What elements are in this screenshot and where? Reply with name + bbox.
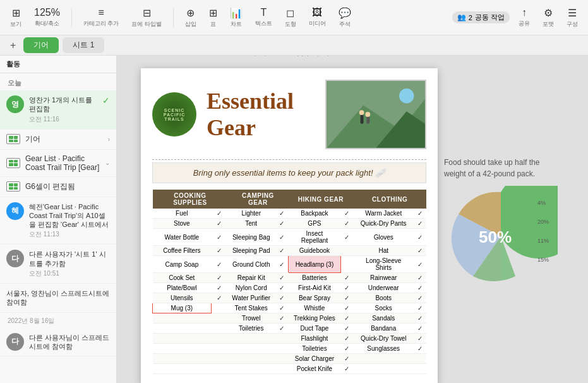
divider1 — [71, 8, 72, 27]
table-type-button[interactable]: ⊟ 표에 타입별 — [128, 4, 165, 31]
right-panel: Food should take up half the weight of a… — [438, 68, 564, 296]
table-row: Trowel✓ Trekking Poles✓ Sandals✓ — [153, 313, 427, 324]
table-row: Utensils✓ Water Purifier✓ Bear Spray✓ Bo… — [153, 293, 427, 303]
table-row: Pocket Knife✓ — [153, 364, 427, 374]
format-icon: ⚙ — [544, 7, 553, 19]
col-hiking: HIKING GEAR — [288, 190, 353, 209]
tab-sheet1-label: 시트 1 — [73, 40, 94, 49]
format-button[interactable]: ⚙ 포맷 — [539, 4, 558, 31]
media-icon: 🖼 — [312, 7, 322, 18]
tab-sheet1[interactable]: 시트 1 — [63, 37, 104, 53]
sheet-item-gear[interactable]: 기어 › — [0, 130, 116, 150]
avatar-2: 혜 — [6, 202, 24, 220]
avatar-4: 다 — [6, 333, 24, 351]
activity-time-2: 오전 11:13 — [29, 230, 110, 239]
svg-point-5 — [359, 110, 364, 115]
col-clothing: CLOTHING — [353, 190, 426, 209]
activity-item-2[interactable]: 혜 혜전'Gear List · Pacific Coast Trail Tri… — [0, 197, 116, 245]
table-type-icon: ⊟ — [143, 7, 151, 19]
insert-button[interactable]: ⊕ 삽입 — [181, 4, 200, 31]
col-camping: CAMPING GEAR — [227, 190, 288, 209]
sheet-g6-icon — [6, 181, 20, 192]
table-row: Flashlight✓ Quick-Dry Towel✓ — [153, 334, 427, 344]
sheet-gear-label: 기어 — [25, 134, 103, 145]
activity-check-icon: ✓ — [102, 95, 110, 106]
sheet-item-g6[interactable]: G6셀이 편집됨 — [0, 177, 116, 197]
activity-content-2: 혜전'Gear List · Pacific Coast Trail Trip'… — [29, 202, 110, 240]
svg-text:15%: 15% — [537, 257, 549, 263]
shape-button[interactable]: ◻ 도형 — [281, 4, 300, 31]
comment-label: 주석 — [339, 20, 351, 28]
activity-info-text: 서울자, 영찬님이 스프레드시트에 참여함 — [6, 289, 110, 307]
activity-button[interactable]: ≡ 카테고리 추가 — [80, 4, 123, 30]
table-icon: ⊞ — [209, 7, 217, 19]
activity-text-3: 다른 사용자가 '시트 1' 시트를 추가함 — [29, 250, 110, 268]
tab-gear[interactable]: 기어 — [23, 37, 59, 53]
view-label: 보기 — [10, 20, 21, 28]
table-row: Toiletries✓ Duct Tape✓ Bandana✓ — [153, 324, 427, 334]
table-button[interactable]: ⊞ 표 — [205, 4, 221, 31]
gear-table: COOKING SUPPLIES CAMPING GEAR HIKING GEA… — [152, 190, 426, 374]
svg-rect-4 — [361, 114, 364, 124]
media-button[interactable]: 🖼 미디어 — [305, 4, 330, 30]
activity-icon: ≡ — [99, 7, 104, 18]
selection-line-top — [152, 159, 426, 160]
svg-text:50%: 50% — [479, 228, 512, 246]
sidebar-mode-label: 활동 — [6, 59, 20, 69]
table-row: Coffee Filters✓ Sleeping Pad✓ Guidebook … — [153, 246, 427, 256]
comment-icon: 💬 — [339, 7, 351, 19]
activity-item-1[interactable]: 영 영찬가 1개의 시트를 편집함 오전 11:16 ✓ — [0, 90, 116, 130]
document-page: SCENIC PACIFIC TRAILS Essential Gear — [141, 68, 438, 383]
activity-date: 2022년 8월 16일 — [0, 313, 116, 328]
table-row: Cook Set✓ Repair Kit✓ Batteries✓ Rainwea… — [153, 273, 427, 283]
activity-content-4: 다른 사용자님이 스프레드시트에 참여함 — [29, 333, 110, 351]
zoom-button[interactable]: 125% 확대/축소 — [30, 4, 64, 30]
tab-gear-label: 기어 — [33, 40, 49, 49]
table-type-label: 표에 타입별 — [131, 20, 162, 28]
sidebar-header: 활동 — [0, 56, 116, 73]
activity-time-3: 오전 10:51 — [29, 269, 110, 278]
sheet-gearlist-chevron: ⌄ — [105, 159, 110, 166]
shape-label: 도형 — [285, 20, 296, 28]
subtitle-bar: Bring only essential items to keep your … — [152, 162, 426, 183]
doc-image — [325, 80, 426, 149]
organize-button[interactable]: ☰ 구성 — [563, 4, 582, 31]
insert-label: 삽입 — [185, 20, 196, 28]
activity-info: 서울자, 영찬님이 스프레드시트에 참여함 — [0, 284, 116, 313]
textbox-button[interactable]: T 텍스트 — [251, 4, 276, 30]
canvas-scroll[interactable]: 변경사항을 하이라이트하려면 여기를 클릭합니다. SCENIC PACIFIC… — [117, 56, 588, 383]
logo: SCENIC PACIFIC TRAILS — [152, 92, 196, 137]
zoom-label: 확대/축소 — [35, 20, 59, 28]
activity-text-1: 영찬가 1개의 시트를 편집함 — [29, 95, 97, 114]
chart-button[interactable]: 📊 차트 — [226, 4, 246, 31]
shape-icon: ◻ — [286, 7, 294, 19]
sheet-item-gearlist[interactable]: Gear List · Pacific Coast Trail Trip [Ge… — [0, 150, 116, 177]
activity-item-3[interactable]: 다 다른 사용자가 '시트 1' 시트를 추가함 오전 10:51 — [0, 245, 116, 284]
add-tab-button[interactable]: + — [6, 40, 20, 51]
pie-chart-container: 50% 4% 20% 11% 15% — [444, 186, 558, 289]
view-button[interactable]: ⊞ 보기 — [6, 4, 25, 31]
activity-info-content: 서울자, 영찬님이 스프레드시트에 참여함 — [6, 289, 110, 307]
sidebar: 활동 오늘 영 영찬가 1개의 시트를 편집함 오전 11:16 ✓ 기어 › — [0, 56, 117, 383]
callout-line2: 여기를 클릭합니다. — [223, 56, 357, 59]
collab-badge[interactable]: 👥 2 공동 작업 — [452, 11, 510, 23]
doc-header: SCENIC PACIFIC TRAILS Essential Gear — [152, 80, 426, 149]
avatar-3: 다 — [6, 250, 24, 267]
activity-label: 카테고리 추가 — [83, 20, 119, 28]
activity-time-1: 오전 11:16 — [29, 115, 97, 124]
comment-button[interactable]: 💬 주석 — [335, 4, 355, 31]
svg-text:20%: 20% — [537, 219, 549, 225]
sheet-gear-chevron: › — [108, 136, 110, 143]
share-button[interactable]: ↑ 공유 — [515, 4, 534, 30]
food-text-area: Food should take up half the weight of a… — [444, 157, 558, 179]
callout-tooltip: 변경사항을 하이라이트하려면 여기를 클릭합니다. — [223, 56, 357, 59]
activity-item-4[interactable]: 다 다른 사용자님이 스프레드시트에 참여함 — [0, 328, 116, 357]
tabbar: + 기어 시트 1 — [0, 35, 588, 56]
textbox-label: 텍스트 — [255, 20, 272, 28]
table-row: Mug (3) Tent Stakes✓ Whistle✓ Socks✓ — [153, 303, 427, 313]
activity-content-3: 다른 사용자가 '시트 1' 시트를 추가함 오전 10:51 — [29, 250, 110, 278]
share-label: 공유 — [519, 20, 530, 28]
collab-label: 공동 작업 — [475, 13, 505, 22]
table-row: Solar Charger✓ — [153, 354, 427, 364]
doc-title: Essential Gear — [207, 88, 315, 141]
